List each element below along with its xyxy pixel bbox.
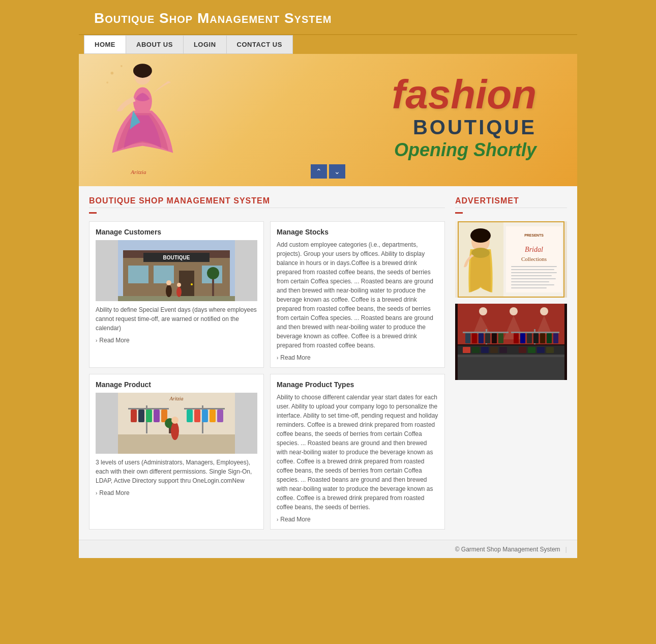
svg-rect-32 [154,409,160,422]
svg-rect-60 [511,281,549,282]
chevron-right-icon-3: › [96,490,97,496]
svg-rect-36 [187,409,193,422]
nav-about[interactable]: ABOUT US [126,35,183,54]
left-section-title: BOUTIQUE SHOP MANAGEMENT SYSTEM [89,196,445,208]
svg-rect-59 [511,278,556,279]
svg-rect-96 [537,347,545,353]
ad-clothing [455,304,567,380]
footer-copyright: © Garment Shop Management System [455,546,560,553]
svg-text:BOUTIQUE: BOUTIQUE [163,255,190,260]
svg-point-23 [207,267,219,279]
card-stocks-text: Add custom employee categories (i.e., de… [277,240,438,350]
svg-point-18 [166,285,172,297]
svg-rect-37 [194,409,200,422]
svg-rect-87 [458,355,564,357]
banner-next-button[interactable]: ⌄ [329,164,345,179]
card-product-image: Aritzia [96,393,257,454]
svg-rect-27 [128,408,169,409]
svg-rect-82 [533,333,539,343]
svg-point-2 [106,81,108,83]
svg-point-66 [479,307,487,315]
svg-rect-94 [519,347,526,353]
card-product-text: 3 levels of users (Administrators, Manag… [96,458,257,485]
svg-rect-55 [511,266,557,267]
svg-text:Bridal: Bridal [525,246,543,253]
content-left: BOUTIQUE SHOP MANAGEMENT SYSTEM Manage C… [89,196,445,530]
nav-contact[interactable]: CONTACT US [226,35,293,54]
svg-point-15 [191,283,193,285]
svg-rect-58 [511,275,552,276]
svg-rect-92 [490,347,498,353]
svg-rect-75 [492,333,497,343]
svg-rect-76 [498,333,503,343]
card-customers-text: Ability to define Special Event days (da… [96,305,257,333]
right-section-heading-bar [455,212,463,214]
svg-text:Aritzia: Aritzia [130,169,146,175]
right-section-title: ADVERTISMET [455,196,567,208]
svg-point-44 [171,422,179,440]
card-product-types-read-more[interactable]: › Read More [277,516,438,523]
svg-rect-84 [547,333,552,343]
svg-text:PRESENTS: PRESENTS [524,233,544,237]
footer: © Garment Shop Management System | [79,540,577,558]
svg-rect-56 [511,269,554,270]
svg-rect-71 [465,333,470,343]
main-nav: HOME ABOUT US LOGIN CONTACT US [79,35,577,54]
banner-figure: Aritzia [94,59,196,181]
svg-rect-38 [202,409,208,422]
svg-point-4 [133,64,152,78]
banner-opening-text: Opening Shortly [392,139,536,161]
card-customers-image: BOUTIQUE [96,240,257,301]
svg-point-19 [166,280,171,285]
card-customers: Manage Customers BOUTIQUE [89,221,264,368]
svg-rect-72 [472,333,477,343]
svg-rect-93 [499,347,507,353]
svg-point-67 [510,307,518,315]
svg-point-0 [111,72,114,75]
svg-rect-90 [472,347,480,353]
nav-home[interactable]: HOME [84,35,126,54]
svg-point-68 [540,307,548,315]
svg-point-45 [171,417,178,424]
card-customers-read-more[interactable]: › Read More [96,337,257,344]
section-heading-bar [89,212,97,214]
card-product-title: Manage Product [96,380,257,389]
svg-rect-61 [511,284,554,285]
card-stocks-read-more[interactable]: › Read More [277,354,438,361]
cards-grid: Manage Customers BOUTIQUE [89,221,445,530]
card-product-types-title: Manage Product Types [277,380,438,389]
svg-rect-17 [118,296,235,301]
banner-fashion-text: fashion [392,74,536,115]
banner-text: fashion BOUTIQUE Opening Shortly [392,74,536,161]
ad-bridal: PRESENTS Bridal Collections [455,221,567,298]
svg-text:Collections: Collections [521,256,547,262]
banner-prev-button[interactable]: ⌃ [311,164,327,179]
svg-rect-97 [546,347,554,353]
svg-rect-34 [184,408,225,409]
svg-rect-89 [463,347,470,353]
site-title: Boutique Shop Management System [94,10,562,26]
svg-rect-62 [511,287,547,288]
card-product-types-text: Ability to choose different calendar yea… [277,393,438,512]
svg-rect-73 [479,333,484,343]
svg-rect-31 [146,409,152,422]
svg-rect-30 [138,409,144,422]
nav-login[interactable]: LOGIN [183,35,226,54]
svg-rect-95 [528,347,535,353]
svg-point-50 [471,248,490,258]
svg-rect-83 [540,333,545,343]
svg-point-20 [176,287,182,297]
svg-rect-40 [217,409,223,422]
banner-boutique-text: BOUTIQUE [392,115,536,139]
card-customers-title: Manage Customers [96,228,257,236]
svg-rect-85 [553,333,558,343]
main-content: BOUTIQUE SHOP MANAGEMENT SYSTEM Manage C… [79,186,577,540]
content-right: ADVERTISMET [455,196,567,530]
card-stocks-title: Manage Stocks [277,228,438,236]
svg-point-49 [470,228,491,243]
svg-point-21 [177,283,181,287]
card-product-read-more[interactable]: › Read More [96,489,257,496]
banner-controls: ⌃ ⌄ [311,164,345,179]
card-product-types: Manage Product Types Ability to choose d… [270,374,445,530]
svg-point-1 [121,65,123,67]
